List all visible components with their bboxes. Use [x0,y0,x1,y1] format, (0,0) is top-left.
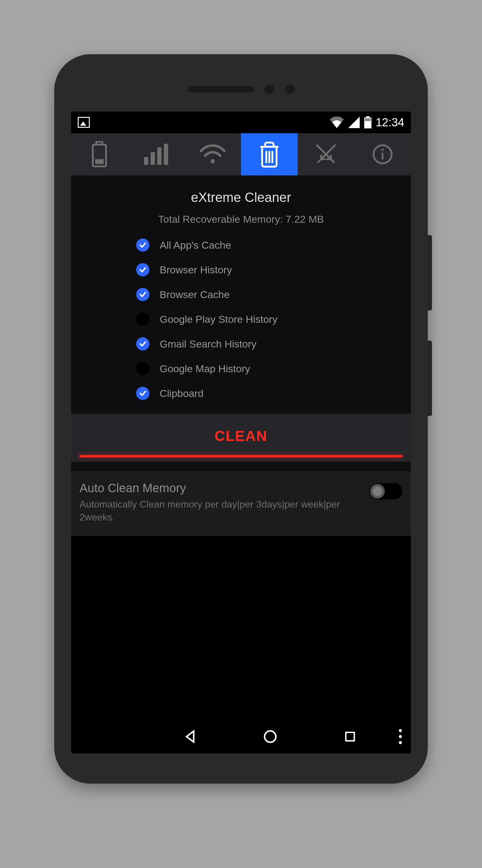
nav-recent[interactable] [310,730,390,743]
svg-point-12 [381,149,384,151]
signal-bars-icon [144,144,168,165]
wifi-icon [330,117,344,128]
recoverable-memory: Total Recoverable Memory: 7.22 MB [71,213,411,239]
nav-back[interactable] [151,730,231,744]
nav-home[interactable] [230,729,310,744]
clean-option[interactable]: Gmail Search History [136,337,411,350]
auto-clean-panel: Auto Clean Memory Automatically Clean me… [71,471,411,536]
phone-speaker [187,84,295,94]
trash-icon [258,141,281,168]
clean-option[interactable]: Browser Cache [136,288,411,301]
tab-wifi[interactable] [184,133,241,176]
auto-clean-toggle[interactable] [369,483,403,499]
clean-button[interactable]: CLEAN [71,414,411,462]
option-label: Google Play Store History [160,313,278,325]
clock: 12:34 [376,116,404,129]
tab-cleaner[interactable] [241,133,298,176]
auto-clean-description: Automatically Clean memory per day|per 3… [79,498,361,524]
svg-rect-1 [366,116,369,118]
clean-option[interactable]: Browser History [136,263,411,276]
svg-rect-14 [346,733,354,741]
volume-down-button[interactable] [428,341,432,416]
svg-rect-2 [365,118,371,121]
option-label: Google Map History [160,363,250,375]
info-icon [372,144,393,165]
clean-option[interactable]: Clipboard [136,387,411,400]
clean-options: All App's CacheBrowser HistoryBrowser Ca… [71,239,411,414]
clean-option[interactable]: All App's Cache [136,239,411,252]
option-label: All App's Cache [160,239,231,251]
svg-rect-7 [151,152,155,165]
screen: 12:34 eXtreme Cle [71,112,411,753]
clean-option[interactable]: Google Map History [136,362,411,375]
tab-signal[interactable] [128,133,184,176]
tab-info[interactable] [354,133,411,176]
checkbox-icon [136,337,150,350]
auto-clean-title: Auto Clean Memory [79,481,361,495]
screenshot-icon [78,117,90,128]
battery-status-icon [364,116,372,128]
svg-point-10 [211,159,215,163]
cleaner-panel: eXtreme Cleaner Total Recoverable Memory… [71,176,411,536]
svg-rect-4 [96,142,102,145]
back-icon [184,730,198,744]
checkbox-icon [136,263,150,276]
checkbox-icon [136,387,150,400]
tab-battery[interactable] [71,133,128,176]
checkbox-icon [136,313,150,326]
svg-rect-9 [164,144,168,165]
battery-icon [91,141,108,167]
svg-rect-6 [144,157,148,165]
phone-frame: 12:34 eXtreme Cle [54,54,428,784]
tab-tools[interactable] [298,133,354,176]
checkbox-icon [136,362,150,375]
tab-bar [71,133,411,176]
clean-underline [79,455,403,457]
checkbox-icon [136,288,150,301]
nav-menu[interactable] [390,729,411,744]
option-label: Clipboard [160,388,204,399]
option-label: Browser Cache [160,289,230,301]
toggle-knob [370,484,385,498]
status-bar: 12:34 [71,112,411,133]
wifi-tab-icon [199,144,226,165]
page-title: eXtreme Cleaner [71,176,411,213]
android-nav-bar [71,720,411,753]
checkbox-icon [136,239,150,252]
volume-up-button[interactable] [428,235,432,310]
clean-option[interactable]: Google Play Store History [136,313,411,326]
option-label: Gmail Search History [160,338,256,350]
svg-point-13 [265,731,276,742]
recent-icon [344,730,356,743]
svg-rect-5 [95,159,104,164]
clean-button-label: CLEAN [71,428,411,444]
swords-icon [314,142,338,166]
option-label: Browser History [160,264,232,276]
cell-signal-icon [348,117,360,128]
svg-rect-8 [157,147,161,165]
home-icon [263,729,278,744]
